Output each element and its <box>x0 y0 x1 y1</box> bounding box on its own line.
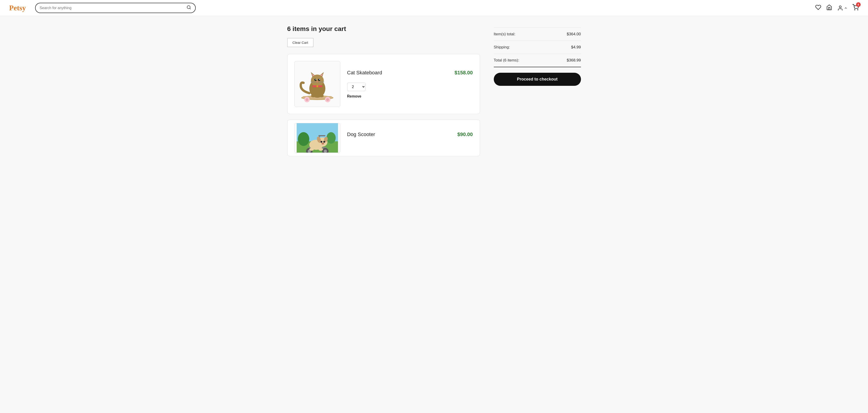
item-2-name: Dog Scooter <box>347 131 375 137</box>
item-1-quantity-select[interactable]: 1 2 3 4 5 6 <box>347 83 366 91</box>
item-1-price: $158.00 <box>455 70 473 76</box>
items-total-value: $364.00 <box>567 32 581 36</box>
item-2-price: $90.00 <box>457 131 473 137</box>
svg-point-21 <box>317 81 318 82</box>
item-2-details: Dog Scooter $90.00 <box>347 131 473 144</box>
svg-point-4 <box>858 9 858 10</box>
search-input[interactable] <box>40 6 187 10</box>
svg-point-10 <box>326 98 329 101</box>
clear-cart-button[interactable]: Clear Cart <box>287 38 313 47</box>
shipping-value: $4.99 <box>571 45 581 50</box>
cart-title: 6 items in your cart <box>287 25 480 33</box>
items-total-label: Item(s) total: <box>494 32 515 36</box>
svg-point-8 <box>306 98 308 101</box>
cart-item-1: Cat Skateboard $158.00 1 2 3 4 5 6 Remov… <box>287 54 480 114</box>
search-bar <box>35 3 196 13</box>
item-2-image <box>294 123 340 153</box>
account-icon[interactable] <box>837 5 847 11</box>
dog-scooter-illustration <box>297 123 338 153</box>
svg-point-20 <box>319 79 320 80</box>
svg-point-2 <box>839 6 841 8</box>
item-1-image <box>294 61 340 107</box>
cat-skateboard-illustration <box>297 63 338 105</box>
total-value: $368.99 <box>567 58 581 63</box>
cart-icon[interactable]: 6 <box>852 4 859 12</box>
item-1-details: Cat Skateboard $158.00 1 2 3 4 5 6 Remov… <box>347 70 473 98</box>
svg-point-28 <box>311 95 315 97</box>
svg-point-49 <box>318 148 323 151</box>
logo[interactable]: Petsy <box>9 4 26 12</box>
svg-point-18 <box>318 79 320 81</box>
wishlist-icon[interactable] <box>815 4 821 12</box>
checkout-button[interactable]: Proceed to checkout <box>494 73 581 86</box>
svg-point-47 <box>321 143 324 145</box>
svg-point-45 <box>320 141 322 143</box>
summary-items-total-row: Item(s) total: $364.00 <box>494 28 581 41</box>
svg-point-17 <box>314 79 317 81</box>
svg-point-48 <box>309 148 314 151</box>
cart-item-2: Dog Scooter $90.00 <box>287 120 480 156</box>
item-1-remove-button[interactable]: Remove <box>347 94 361 98</box>
cart-section: 6 items in your cart Clear Cart <box>287 25 480 162</box>
main-content: 6 items in your cart Clear Cart <box>274 16 595 171</box>
svg-point-33 <box>327 132 336 144</box>
svg-line-1 <box>190 8 191 9</box>
svg-point-29 <box>319 95 324 97</box>
svg-point-27 <box>316 85 318 87</box>
cart-badge: 6 <box>856 2 861 7</box>
svg-point-32 <box>298 132 309 146</box>
svg-point-3 <box>855 9 855 10</box>
total-label: Total (6 items): <box>494 58 519 63</box>
header-icons: 6 <box>815 4 859 12</box>
order-summary: Item(s) total: $364.00 Shipping: $4.99 T… <box>494 25 581 86</box>
shipping-label: Shipping: <box>494 45 510 50</box>
store-icon[interactable] <box>826 4 832 12</box>
summary-total-row: Total (6 items): $368.99 <box>494 54 581 67</box>
item-1-name: Cat Skateboard <box>347 70 382 76</box>
header: Petsy <box>0 0 868 16</box>
item-1-qty-row: 1 2 3 4 5 6 <box>347 83 473 91</box>
summary-shipping-row: Shipping: $4.99 <box>494 41 581 54</box>
search-icon[interactable] <box>187 5 191 11</box>
svg-point-46 <box>323 141 325 143</box>
svg-rect-40 <box>318 135 326 136</box>
svg-point-38 <box>324 150 327 153</box>
svg-point-19 <box>315 79 316 80</box>
